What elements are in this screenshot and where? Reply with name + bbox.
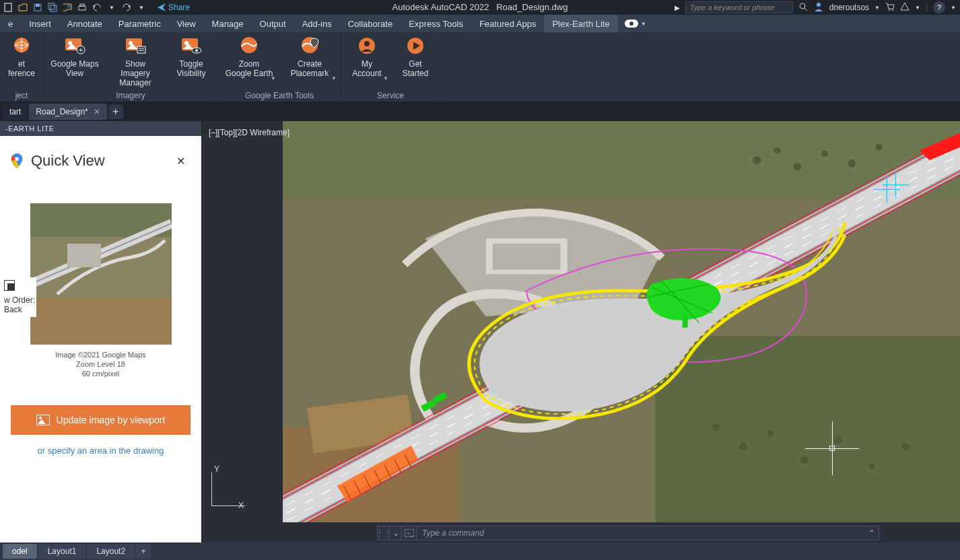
svg-point-51: [767, 431, 774, 438]
tab-layout2[interactable]: Layout2: [87, 544, 135, 559]
ribbon-btn-google-maps-view[interactable]: + Google Maps View: [49, 36, 100, 78]
svg-point-37: [39, 417, 42, 419]
menu-plex-earth-lite[interactable]: Plex-Earth Lite: [544, 15, 617, 32]
command-line[interactable]: ⋮⋮ ⌄ >_ Type a command ⌃: [377, 526, 879, 540]
saveas-icon[interactable]: [47, 2, 58, 13]
svg-rect-6: [80, 4, 84, 6]
info-arrow-icon[interactable]: ▶: [675, 4, 680, 11]
ribbon-panel-service: My Account ▼ Get Started Service: [341, 32, 440, 102]
menu-express-tools[interactable]: Express Tools: [401, 15, 471, 32]
save-icon[interactable]: [32, 2, 43, 13]
command-input[interactable]: Type a command: [417, 528, 865, 538]
play-circle-icon: [405, 36, 425, 55]
svg-point-9: [817, 3, 821, 7]
redo-dropdown-icon[interactable]: ▼: [136, 2, 147, 13]
svg-rect-3: [48, 3, 55, 9]
menu-visibility-toggle[interactable]: ▼: [618, 15, 653, 32]
ribbon: et ference ject + Google Maps View Show …: [0, 32, 960, 102]
menu-view[interactable]: View: [169, 15, 204, 32]
command-grip-icon[interactable]: ⋮⋮: [378, 526, 390, 540]
draw-order-icon: [4, 280, 15, 291]
tab-close-icon[interactable]: ✕: [94, 107, 100, 116]
image-eye-icon: [180, 36, 203, 55]
layout-add-button[interactable]: +: [136, 544, 151, 559]
ribbon-btn-show-imagery-manager[interactable]: Show Imagery Manager: [110, 36, 161, 88]
svg-point-48: [875, 144, 882, 151]
user-circle-icon: [357, 36, 377, 55]
update-image-button[interactable]: Update image by viewport: [11, 405, 191, 435]
user-dropdown-icon[interactable]: ▼: [875, 5, 880, 11]
command-history-icon[interactable]: ⌄: [390, 526, 402, 540]
new-icon[interactable]: [3, 2, 13, 13]
draw-order-control[interactable]: w Order: Back: [3, 277, 36, 317]
help-dropdown-icon[interactable]: ▼: [951, 5, 956, 11]
svg-point-7: [800, 3, 805, 9]
document-tabs: tart Road_Design* ✕ +: [0, 102, 960, 121]
tab-start[interactable]: tart: [3, 104, 28, 120]
google-earth-pin-icon: [300, 36, 320, 56]
autodesk-dropdown-icon[interactable]: ▼: [915, 5, 920, 11]
svg-point-11: [892, 9, 893, 11]
ribbon-btn-my-account[interactable]: My Account ▼: [347, 36, 387, 78]
tab-model[interactable]: odel: [3, 544, 37, 559]
command-expand-icon[interactable]: ⌃: [865, 528, 879, 538]
panel-title-ge-tools: Google Earth Tools: [224, 88, 335, 102]
svg-point-44: [774, 147, 780, 154]
svg-text:+: +: [79, 46, 83, 54]
ribbon-panel-imagery: + Google Maps View Show Imagery Manager …: [44, 32, 218, 102]
web-open-icon[interactable]: [62, 2, 73, 13]
menu-home[interactable]: e: [0, 15, 21, 32]
search-input[interactable]: Type a keyword or phrase: [685, 1, 793, 13]
tab-layout1[interactable]: Layout1: [38, 544, 86, 559]
image-manager-icon: [124, 36, 147, 55]
specify-area-link[interactable]: or specify an area in the drawing: [0, 446, 201, 456]
menu-manage[interactable]: Manage: [204, 15, 252, 32]
svg-line-8: [804, 8, 807, 11]
menu-output[interactable]: Output: [252, 15, 294, 32]
dropdown-caret-icon: ▼: [383, 74, 388, 83]
share-label: Share: [168, 3, 190, 12]
ribbon-panel-ge-tools: Zoom Google Earth ▼ Create Placemark ▼ G…: [218, 32, 341, 102]
svg-rect-33: [30, 298, 172, 345]
user-name[interactable]: dneroutsos: [829, 3, 869, 12]
viewport-label[interactable]: [–][Top][2D Wireframe]: [209, 128, 289, 137]
panel-title-service: Service: [347, 88, 434, 102]
menu-featured-apps[interactable]: Featured Apps: [471, 15, 545, 32]
globe-icon: [11, 36, 32, 56]
help-icon[interactable]: ?: [933, 1, 945, 13]
autodesk-icon[interactable]: [900, 2, 910, 13]
menu-collaborate[interactable]: Collaborate: [340, 15, 401, 32]
user-icon[interactable]: [813, 1, 824, 14]
menu-addins[interactable]: Add-ins: [294, 15, 340, 32]
search-icon[interactable]: [798, 2, 808, 13]
svg-point-29: [364, 41, 370, 46]
menu-annotate[interactable]: Annotate: [59, 15, 110, 32]
open-icon[interactable]: [18, 2, 28, 13]
undo-dropdown-icon[interactable]: ▼: [106, 2, 117, 13]
drawing-viewport[interactable]: [–][Top][2D Wireframe]: [202, 121, 960, 542]
quick-view-close-icon[interactable]: ✕: [176, 155, 185, 168]
ribbon-btn-reference[interactable]: et ference: [5, 36, 38, 78]
google-maps-icon: [9, 153, 24, 168]
svg-rect-35: [67, 244, 101, 267]
plot-icon[interactable]: [77, 2, 88, 13]
cart-icon[interactable]: [885, 2, 895, 13]
svg-point-31: [15, 158, 19, 162]
ribbon-btn-create-placemark[interactable]: Create Placemark ▼: [284, 36, 335, 78]
svg-point-25: [195, 49, 198, 52]
quick-view-caption: Image ©2021 Google Maps Zoom Level 18 60…: [0, 350, 201, 378]
tab-add-button[interactable]: +: [108, 104, 123, 119]
redo-icon[interactable]: [121, 2, 132, 13]
ribbon-btn-get-started[interactable]: Get Started: [397, 36, 434, 78]
ucs-x-label: X: [238, 501, 244, 510]
menu-parametric[interactable]: Parametric: [110, 15, 169, 32]
svg-point-43: [753, 156, 761, 164]
tab-road-design[interactable]: Road_Design* ✕: [29, 104, 106, 120]
ribbon-btn-zoom-ge[interactable]: Zoom Google Earth ▼: [224, 36, 275, 78]
ribbon-btn-toggle-visibility[interactable]: Toggle Visibility: [170, 36, 212, 78]
share-button[interactable]: Share: [158, 3, 190, 12]
menu-insert[interactable]: Insert: [21, 15, 59, 32]
image-add-icon: +: [63, 36, 86, 55]
cursor-crosshair: [805, 421, 859, 475]
undo-icon[interactable]: [92, 2, 102, 13]
